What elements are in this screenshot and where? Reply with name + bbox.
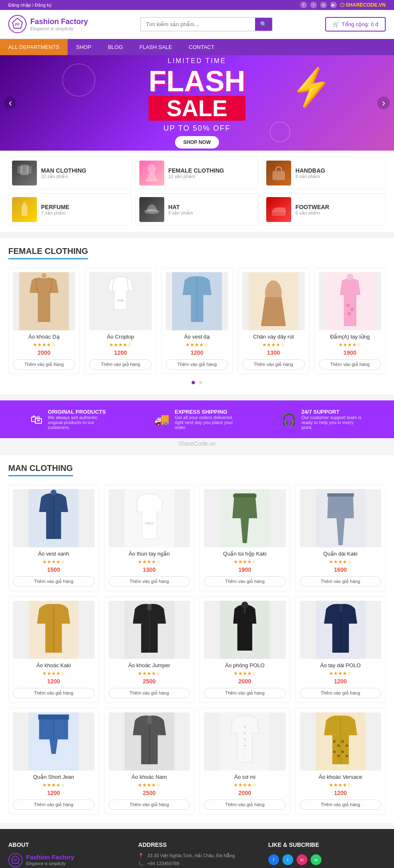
banner-next-arrow[interactable]: ›	[377, 97, 390, 109]
man-product-price-5: 2500	[109, 678, 190, 685]
category-perfume[interactable]: PERFUME 7 sản phẩm	[8, 193, 131, 226]
category-man-clothing[interactable]: MAN CLOTHING 12 sản phẩm	[8, 157, 131, 189]
nav-all-departments[interactable]: ALL DEPARTMENTS	[0, 39, 68, 55]
add-cart-btn-m8[interactable]: Thêm vào giỏ hàng	[13, 800, 95, 810]
product-name-1: Áo Croptop	[89, 334, 151, 340]
top-bar-social: f t in ▶ ⬡ SHARECODE.VN	[300, 2, 386, 8]
nav-blog[interactable]: BLOG	[100, 39, 131, 55]
banner-content: LIMITED TIME FLASH SALE UP TO 50% OFF SH…	[148, 57, 245, 149]
sharecode-logo: ⬡ SHARECODE.VN	[340, 2, 386, 8]
add-cart-button-f2[interactable]: Thêm vào giỏ hàng	[166, 359, 228, 370]
svg-rect-7	[272, 171, 285, 180]
man-product-stars-9: ★★★★☆	[109, 782, 190, 788]
product-ao-tay-dai-polo[interactable]: Áo tay dài POLO ★★★★☆ 1200 Thêm vào giỏ …	[295, 596, 386, 703]
man-product-stars-8: ★★★★☆	[13, 782, 95, 788]
nav-flash-sale[interactable]: FLASH SALE	[131, 39, 180, 55]
product-dam-tay-lung[interactable]: Đầm(A) tay lửng ★★★★☆ 1900 Thêm vào giỏ …	[314, 268, 386, 374]
add-cart-button-f3[interactable]: Thêm vào giỏ hàng	[242, 359, 304, 370]
shop-now-button[interactable]: SHOP NOW	[175, 136, 219, 149]
product-ao-vest-da[interactable]: Áo vest dạ ★★★★☆ 1200 Thêm vào giỏ hàng	[161, 268, 233, 374]
product-quan-short-jean[interactable]: Quần Short Jean ★★★★☆ 1200 Thêm vào giỏ …	[8, 708, 99, 814]
svg-text:PARIS: PARIS	[145, 522, 154, 525]
feature-shipping: 🚚 EXPRESS SHIPPING Get all your orders d…	[154, 409, 237, 430]
product-ao-khoac-nam[interactable]: Áo khoác Nam ★★★★☆ 2500 Thêm vào giỏ hàn…	[104, 708, 195, 814]
product-price-4: 1900	[319, 349, 381, 356]
dot-2[interactable]	[199, 381, 202, 384]
twitter-icon[interactable]: t	[310, 2, 317, 8]
cat-female-name: FEMALE CLOTHING	[168, 167, 224, 174]
man-product-name-4: Áo khoác Kaki	[13, 662, 95, 668]
product-stars-3: ★★★★☆	[242, 342, 304, 348]
man-product-name-2: Quần túi hộp Kaki	[204, 551, 286, 557]
product-chan-vay-day-rut[interactable]: Chân váy dây rút ★★★★☆ 1300 Thêm vào giỏ…	[238, 268, 309, 374]
footer-address-title: ADDRESS	[138, 841, 255, 848]
banner-flash-text: FLASH	[148, 67, 245, 96]
facebook-icon[interactable]: f	[300, 2, 307, 8]
svg-point-56	[337, 744, 340, 747]
product-ao-khoac-versace[interactable]: Áo khoác Versace ★★★★☆ 1200 Thêm vào giỏ…	[295, 708, 386, 814]
add-cart-btn-m9[interactable]: Thêm vào giỏ hàng	[109, 800, 190, 810]
add-cart-btn-m5[interactable]: Thêm vào giỏ hàng	[109, 688, 190, 698]
nav-shop[interactable]: SHOP	[68, 39, 100, 55]
cart-button[interactable]: 🛒 Tổng cộng: 0 đ	[325, 17, 386, 32]
man-product-name-5: Áo khoác Jumper	[109, 662, 190, 668]
category-female-clothing[interactable]: FEMALE CLOTHING 12 sản phẩm	[136, 157, 259, 189]
product-ao-vest-xanh[interactable]: Áo vest xanh ★★★★☆ 1500 Thêm vào giỏ hàn…	[8, 485, 99, 591]
banner-prev-arrow[interactable]: ‹	[4, 97, 17, 109]
add-cart-btn-m10[interactable]: Thêm vào giỏ hàng	[204, 800, 286, 810]
youtube-icon[interactable]: ▶	[330, 2, 337, 8]
top-bar-login[interactable]: Đăng nhập / Đăng ký	[8, 2, 51, 8]
add-cart-button-f0[interactable]: Thêm vào giỏ hàng	[13, 359, 75, 370]
add-cart-btn-m2[interactable]: Thêm vào giỏ hàng	[204, 576, 286, 587]
man-product-name-3: Quần dài Kaki	[300, 551, 382, 557]
nav-contact[interactable]: CONTACT	[180, 39, 223, 55]
man-product-stars-4: ★★★★☆	[13, 671, 95, 676]
product-quan-tui-hop-kaki[interactable]: Quần túi hộp Kaki ★★★★☆ 1900 Thêm vào gi…	[199, 485, 290, 591]
product-stars-2: ★★★★☆	[166, 342, 228, 348]
footer-instagram-icon[interactable]: in	[297, 854, 307, 865]
add-cart-button-f4[interactable]: Thêm vào giỏ hàng	[319, 359, 381, 370]
logo[interactable]: FF Fashion Factory Elegance is simplicit…	[8, 15, 88, 34]
add-cart-btn-m1[interactable]: Thêm vào giỏ hàng	[109, 576, 190, 587]
category-handbag[interactable]: HANDBAG 8 sản phẩm	[263, 157, 386, 189]
product-ao-so-mi[interactable]: Áo sơ mi ★★★★☆ 2000 Thêm vào giỏ hàng	[199, 708, 290, 814]
dot-1[interactable]	[192, 381, 195, 384]
footer-phone: 📞 +84 123456789	[138, 861, 255, 866]
svg-rect-39	[244, 605, 246, 613]
footer-whatsapp-icon[interactable]: w	[311, 854, 321, 865]
product-ao-khoac-da[interactable]: Áo khoác Dạ ★★★★☆ 2000 Thêm vào giỏ hàng	[8, 268, 80, 374]
man-product-name-7: Áo tay dài POLO	[300, 662, 382, 668]
add-cart-btn-m4[interactable]: Thêm vào giỏ hàng	[13, 688, 95, 698]
category-footwear[interactable]: FOOTWEAR 6 sản phẩm	[263, 193, 386, 226]
product-img-versace	[300, 712, 382, 770]
banner-limited-text: LIMITED TIME	[148, 57, 245, 65]
footer-facebook-icon[interactable]: f	[268, 854, 279, 865]
product-ao-khoac-kaki[interactable]: Áo khoác Kaki ★★★★☆ 1200 Thêm vào giỏ hà…	[8, 596, 99, 703]
support-icon: 🎧	[281, 412, 297, 427]
product-ao-croptop[interactable]: crop Áo Croptop ★★★★☆ 1200 Thêm vào giỏ …	[85, 268, 156, 374]
product-quan-dai-kaki[interactable]: Quần dài Kaki ★★★★☆ 1600 Thêm vào giỏ hà…	[295, 485, 386, 591]
cat-footwear-name: FOOTWEAR	[295, 204, 329, 210]
add-cart-btn-m7[interactable]: Thêm vào giỏ hàng	[300, 688, 382, 698]
svg-rect-12	[272, 212, 286, 216]
banner-sale-text: SALE	[148, 96, 245, 121]
login-link[interactable]: Đăng nhập / Đăng ký	[8, 2, 51, 7]
add-cart-button-f1[interactable]: Thêm vào giỏ hàng	[89, 359, 151, 370]
add-cart-btn-m0[interactable]: Thêm vào giỏ hàng	[13, 576, 95, 587]
search-input[interactable]	[141, 18, 255, 31]
footer-twitter-icon[interactable]: t	[282, 854, 293, 865]
instagram-icon[interactable]: in	[320, 2, 327, 8]
product-ao-thun-tay-ngan[interactable]: PARIS Áo thun tay ngắn ★★★★☆ 1300 Thêm v…	[104, 485, 195, 591]
add-cart-btn-m6[interactable]: Thêm vào giỏ hàng	[204, 688, 286, 698]
product-ao-phong-polo[interactable]: Áo phông POLO ★★★★☆ 2000 Thêm vào giỏ hà…	[199, 596, 290, 703]
search-button[interactable]: 🔍	[255, 18, 272, 31]
product-ao-khoac-jumper[interactable]: Áo khoác Jumper ★★★★☆ 2500 Thêm vào giỏ …	[104, 596, 195, 703]
svg-point-57	[341, 740, 344, 743]
cat-man-count: 12 sản phẩm	[41, 174, 86, 179]
add-cart-btn-m11[interactable]: Thêm vào giỏ hàng	[300, 800, 382, 810]
product-price-0: 2000	[13, 349, 75, 356]
phone-icon: 📞	[138, 861, 144, 866]
man-product-name-9: Áo khoác Nam	[109, 774, 190, 780]
category-hat[interactable]: HAT 8 sản phẩm	[136, 193, 259, 226]
add-cart-btn-m3[interactable]: Thêm vào giỏ hàng	[300, 576, 382, 587]
